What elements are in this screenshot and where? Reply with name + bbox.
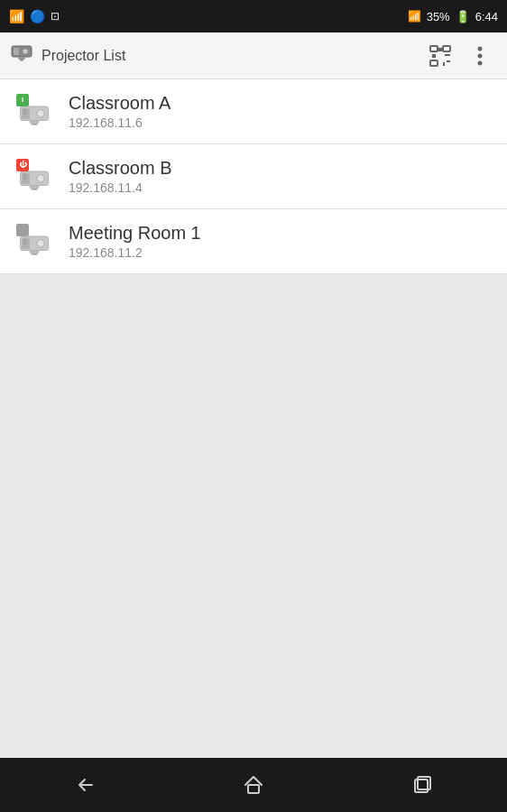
svg-rect-30 — [23, 174, 26, 176]
projector-icon-wrapper: ⏻ — [14, 157, 54, 197]
svg-rect-9 — [438, 48, 442, 51]
signal-icon: 📶 — [9, 9, 24, 23]
back-button[interactable] — [47, 765, 123, 805]
status-indicator: I — [16, 94, 29, 106]
app-bar-title: Projector List — [41, 48, 125, 64]
projector-icon-wrapper: I — [14, 92, 54, 132]
status-bar-left: 📶 🔵 ⊡ — [9, 9, 60, 23]
svg-rect-39 — [23, 242, 26, 244]
svg-rect-7 — [443, 46, 450, 51]
svg-point-27 — [38, 176, 42, 180]
bottom-nav-bar — [0, 758, 507, 812]
list-item[interactable]: Meeting Room 1 192.168.11.2 — [0, 209, 507, 274]
svg-rect-6 — [430, 60, 438, 66]
item-text: Classroom A 192.168.11.6 — [69, 91, 171, 133]
svg-rect-12 — [443, 62, 445, 66]
svg-rect-36 — [30, 250, 39, 253]
more-options-button[interactable] — [464, 40, 496, 72]
svg-rect-29 — [32, 188, 38, 189]
item-name: Classroom A — [69, 91, 171, 115]
status-bar: 📶 🔵 ⊡ 📶 35% 🔋 6:44 — [0, 0, 507, 32]
item-ip: 192.168.11.4 — [69, 180, 171, 198]
item-ip: 192.168.11.2 — [69, 245, 201, 263]
projector-list: I Classroom A 192.168.11.6 ⏻ — [0, 79, 507, 274]
status-bar-right: 📶 35% 🔋 6:44 — [408, 10, 498, 23]
list-item[interactable]: ⏻ Classroom B 192.168.11.4 — [0, 144, 507, 209]
clock: 6:44 — [475, 10, 498, 23]
item-name: Classroom B — [69, 156, 171, 180]
app-bar-actions — [424, 40, 496, 72]
svg-rect-4 — [20, 60, 23, 61]
item-text: Classroom B 192.168.11.4 — [69, 156, 171, 198]
battery-icon: 🔋 — [456, 10, 470, 23]
status-indicator — [16, 224, 29, 236]
list-item[interactable]: I Classroom A 192.168.11.6 — [0, 79, 507, 144]
wifi-icon: 📶 — [408, 10, 421, 23]
item-ip: 192.168.11.6 — [69, 115, 171, 133]
svg-point-35 — [38, 241, 42, 245]
svg-rect-37 — [32, 253, 38, 254]
svg-rect-5 — [430, 46, 438, 51]
svg-rect-21 — [32, 123, 38, 125]
app-bar: Projector List — [0, 32, 507, 79]
svg-point-15 — [478, 60, 483, 65]
svg-rect-40 — [248, 785, 259, 793]
status-indicator: ⏻ — [16, 159, 29, 171]
projector-icon-wrapper — [14, 222, 54, 262]
scan-button[interactable] — [424, 40, 456, 72]
recents-button[interactable] — [384, 765, 460, 805]
svg-rect-1 — [14, 48, 19, 55]
item-name: Meeting Room 1 — [69, 221, 201, 245]
bluetooth-icon: 🔵 — [30, 9, 45, 23]
svg-point-19 — [38, 111, 42, 115]
empty-content — [0, 274, 507, 758]
svg-rect-22 — [23, 109, 26, 111]
battery-level: 35% — [427, 10, 450, 23]
home-button[interactable] — [216, 765, 291, 805]
svg-rect-20 — [30, 120, 39, 123]
svg-point-14 — [478, 53, 483, 58]
svg-rect-31 — [23, 177, 26, 179]
cast-icon: ⊡ — [51, 10, 60, 23]
item-text: Meeting Room 1 192.168.11.2 — [69, 221, 201, 263]
svg-rect-3 — [18, 57, 25, 60]
svg-rect-10 — [445, 54, 450, 56]
svg-point-13 — [478, 46, 483, 51]
svg-rect-28 — [30, 185, 39, 188]
svg-rect-11 — [447, 60, 450, 62]
projector-list-icon — [11, 45, 32, 66]
svg-rect-38 — [23, 239, 26, 241]
svg-rect-23 — [23, 112, 26, 114]
app-bar-left: Projector List — [11, 45, 125, 66]
svg-point-2 — [23, 49, 28, 54]
svg-rect-8 — [432, 54, 436, 58]
